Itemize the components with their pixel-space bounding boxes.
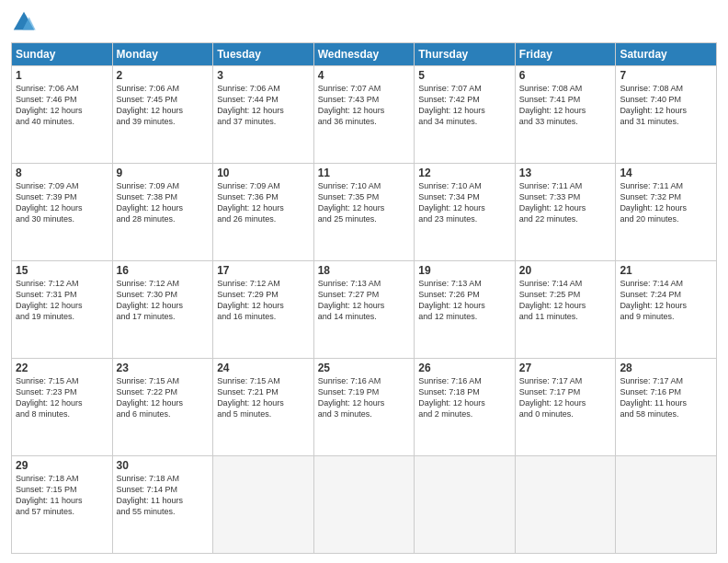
- day-number: 10: [217, 167, 310, 179]
- day-info: Sunrise: 7:08 AM Sunset: 7:41 PM Dayligh…: [519, 83, 612, 128]
- calendar-header-wednesday: Wednesday: [313, 43, 415, 66]
- day-info: Sunrise: 7:14 AM Sunset: 7:24 PM Dayligh…: [620, 278, 712, 323]
- day-info: Sunrise: 7:09 AM Sunset: 7:39 PM Dayligh…: [16, 180, 108, 225]
- calendar-cell: 2Sunrise: 7:06 AM Sunset: 7:45 PM Daylig…: [112, 66, 213, 164]
- day-info: Sunrise: 7:06 AM Sunset: 7:46 PM Dayligh…: [16, 83, 108, 128]
- day-number: 1: [16, 69, 108, 82]
- day-info: Sunrise: 7:15 AM Sunset: 7:21 PM Dayligh…: [217, 375, 310, 420]
- calendar-cell: 9Sunrise: 7:09 AM Sunset: 7:38 PM Daylig…: [112, 164, 213, 261]
- calendar-cell: 15Sunrise: 7:12 AM Sunset: 7:31 PM Dayli…: [12, 261, 113, 359]
- day-info: Sunrise: 7:12 AM Sunset: 7:30 PM Dayligh…: [117, 278, 210, 323]
- calendar-cell: 29Sunrise: 7:18 AM Sunset: 7:15 PM Dayli…: [12, 456, 113, 554]
- calendar-cell: 20Sunrise: 7:14 AM Sunset: 7:25 PM Dayli…: [515, 261, 616, 359]
- day-info: Sunrise: 7:10 AM Sunset: 7:34 PM Dayligh…: [418, 180, 511, 225]
- calendar-cell: 4Sunrise: 7:07 AM Sunset: 7:43 PM Daylig…: [313, 66, 415, 164]
- day-info: Sunrise: 7:13 AM Sunset: 7:26 PM Dayligh…: [418, 278, 511, 323]
- calendar-cell: 26Sunrise: 7:16 AM Sunset: 7:18 PM Dayli…: [415, 359, 516, 456]
- calendar-cell: 17Sunrise: 7:12 AM Sunset: 7:29 PM Dayli…: [213, 261, 314, 359]
- day-info: Sunrise: 7:08 AM Sunset: 7:40 PM Dayligh…: [620, 83, 712, 128]
- day-number: 19: [418, 264, 511, 277]
- calendar-cell: 30Sunrise: 7:18 AM Sunset: 7:14 PM Dayli…: [112, 456, 213, 554]
- day-info: Sunrise: 7:15 AM Sunset: 7:22 PM Dayligh…: [117, 375, 210, 420]
- calendar-week-3: 15Sunrise: 7:12 AM Sunset: 7:31 PM Dayli…: [12, 261, 717, 359]
- day-info: Sunrise: 7:07 AM Sunset: 7:43 PM Dayligh…: [318, 83, 411, 128]
- day-number: 17: [217, 264, 310, 277]
- calendar-cell: [415, 456, 516, 554]
- calendar-week-1: 1Sunrise: 7:06 AM Sunset: 7:46 PM Daylig…: [12, 66, 717, 164]
- day-number: 11: [318, 167, 411, 179]
- calendar-cell: 10Sunrise: 7:09 AM Sunset: 7:36 PM Dayli…: [213, 164, 314, 261]
- day-number: 22: [16, 362, 108, 374]
- day-number: 3: [217, 69, 310, 82]
- day-number: 27: [519, 362, 612, 374]
- calendar-cell: 24Sunrise: 7:15 AM Sunset: 7:21 PM Dayli…: [213, 359, 314, 456]
- day-number: 14: [620, 167, 712, 179]
- day-number: 29: [16, 459, 108, 472]
- header: [11, 9, 717, 35]
- day-info: Sunrise: 7:17 AM Sunset: 7:16 PM Dayligh…: [620, 375, 712, 420]
- calendar-cell: 8Sunrise: 7:09 AM Sunset: 7:39 PM Daylig…: [12, 164, 113, 261]
- calendar-cell: 28Sunrise: 7:17 AM Sunset: 7:16 PM Dayli…: [616, 359, 717, 456]
- calendar-cell: 19Sunrise: 7:13 AM Sunset: 7:26 PM Dayli…: [415, 261, 516, 359]
- calendar-cell: 5Sunrise: 7:07 AM Sunset: 7:42 PM Daylig…: [415, 66, 516, 164]
- calendar-header-row: SundayMondayTuesdayWednesdayThursdayFrid…: [12, 43, 717, 66]
- calendar-cell: 1Sunrise: 7:06 AM Sunset: 7:46 PM Daylig…: [12, 66, 113, 164]
- day-info: Sunrise: 7:11 AM Sunset: 7:32 PM Dayligh…: [620, 180, 712, 225]
- day-info: Sunrise: 7:09 AM Sunset: 7:38 PM Dayligh…: [117, 180, 210, 225]
- calendar-cell: [313, 456, 415, 554]
- calendar-header-saturday: Saturday: [616, 43, 717, 66]
- calendar-cell: [515, 456, 616, 554]
- day-info: Sunrise: 7:14 AM Sunset: 7:25 PM Dayligh…: [519, 278, 612, 323]
- day-number: 28: [620, 362, 712, 374]
- calendar-cell: 16Sunrise: 7:12 AM Sunset: 7:30 PM Dayli…: [112, 261, 213, 359]
- calendar-cell: [213, 456, 314, 554]
- day-number: 26: [418, 362, 511, 374]
- calendar-cell: 3Sunrise: 7:06 AM Sunset: 7:44 PM Daylig…: [213, 66, 314, 164]
- logo: [11, 9, 40, 35]
- day-number: 8: [16, 167, 108, 179]
- logo-icon: [11, 9, 37, 35]
- day-number: 24: [217, 362, 310, 374]
- day-number: 7: [620, 69, 712, 82]
- day-info: Sunrise: 7:17 AM Sunset: 7:17 PM Dayligh…: [519, 375, 612, 420]
- day-info: Sunrise: 7:16 AM Sunset: 7:18 PM Dayligh…: [418, 375, 511, 420]
- calendar-cell: 13Sunrise: 7:11 AM Sunset: 7:33 PM Dayli…: [515, 164, 616, 261]
- day-number: 16: [117, 264, 210, 277]
- day-number: 9: [117, 167, 210, 179]
- calendar-cell: 22Sunrise: 7:15 AM Sunset: 7:23 PM Dayli…: [12, 359, 113, 456]
- day-info: Sunrise: 7:18 AM Sunset: 7:14 PM Dayligh…: [117, 473, 210, 518]
- calendar-cell: 6Sunrise: 7:08 AM Sunset: 7:41 PM Daylig…: [515, 66, 616, 164]
- day-info: Sunrise: 7:13 AM Sunset: 7:27 PM Dayligh…: [318, 278, 411, 323]
- day-number: 23: [117, 362, 210, 374]
- calendar-week-4: 22Sunrise: 7:15 AM Sunset: 7:23 PM Dayli…: [12, 359, 717, 456]
- day-info: Sunrise: 7:12 AM Sunset: 7:29 PM Dayligh…: [217, 278, 310, 323]
- day-number: 12: [418, 167, 511, 179]
- day-info: Sunrise: 7:06 AM Sunset: 7:45 PM Dayligh…: [117, 83, 210, 128]
- calendar-week-5: 29Sunrise: 7:18 AM Sunset: 7:15 PM Dayli…: [12, 456, 717, 554]
- calendar-cell: 12Sunrise: 7:10 AM Sunset: 7:34 PM Dayli…: [415, 164, 516, 261]
- day-info: Sunrise: 7:18 AM Sunset: 7:15 PM Dayligh…: [16, 473, 108, 518]
- calendar-cell: 14Sunrise: 7:11 AM Sunset: 7:32 PM Dayli…: [616, 164, 717, 261]
- day-info: Sunrise: 7:10 AM Sunset: 7:35 PM Dayligh…: [318, 180, 411, 225]
- calendar-header-monday: Monday: [112, 43, 213, 66]
- day-number: 5: [418, 69, 511, 82]
- day-info: Sunrise: 7:11 AM Sunset: 7:33 PM Dayligh…: [519, 180, 612, 225]
- day-number: 6: [519, 69, 612, 82]
- day-number: 4: [318, 69, 411, 82]
- calendar-cell: [616, 456, 717, 554]
- day-info: Sunrise: 7:06 AM Sunset: 7:44 PM Dayligh…: [217, 83, 310, 128]
- day-number: 25: [318, 362, 411, 374]
- calendar-cell: 21Sunrise: 7:14 AM Sunset: 7:24 PM Dayli…: [616, 261, 717, 359]
- calendar-week-2: 8Sunrise: 7:09 AM Sunset: 7:39 PM Daylig…: [12, 164, 717, 261]
- day-info: Sunrise: 7:09 AM Sunset: 7:36 PM Dayligh…: [217, 180, 310, 225]
- calendar-cell: 18Sunrise: 7:13 AM Sunset: 7:27 PM Dayli…: [313, 261, 415, 359]
- day-number: 2: [117, 69, 210, 82]
- day-number: 20: [519, 264, 612, 277]
- calendar-cell: 25Sunrise: 7:16 AM Sunset: 7:19 PM Dayli…: [313, 359, 415, 456]
- calendar-cell: 27Sunrise: 7:17 AM Sunset: 7:17 PM Dayli…: [515, 359, 616, 456]
- calendar-cell: 23Sunrise: 7:15 AM Sunset: 7:22 PM Dayli…: [112, 359, 213, 456]
- day-number: 13: [519, 167, 612, 179]
- calendar-table: SundayMondayTuesdayWednesdayThursdayFrid…: [11, 42, 717, 554]
- day-number: 15: [16, 264, 108, 277]
- calendar-header-thursday: Thursday: [415, 43, 516, 66]
